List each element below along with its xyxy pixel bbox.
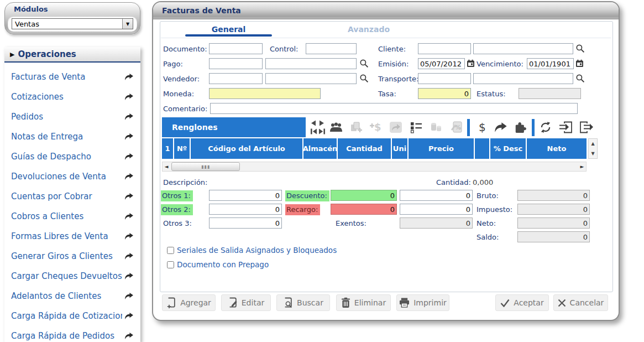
- col-blank[interactable]: [475, 138, 490, 159]
- pago-label: Pago:: [163, 60, 183, 68]
- trash-icon: [341, 297, 350, 308]
- sidebar-item-notas-de-entrega[interactable]: Notas de Entrega: [4, 127, 140, 147]
- chevron-down-icon[interactable]: ▼: [122, 19, 133, 29]
- sidebar-item-carga-rapida-de-cotizaciones[interactable]: Carga Rápida de Cotizacior: [4, 306, 140, 326]
- pago-name-input[interactable]: [265, 58, 357, 69]
- col-desc[interactable]: % Desc: [490, 138, 527, 159]
- clients-icon[interactable]: [327, 118, 345, 136]
- col-rownum[interactable]: 1: [162, 138, 174, 159]
- vencimiento-calendar-icon[interactable]: [575, 59, 584, 70]
- jump-arrow-icon: [124, 272, 134, 280]
- transporte-code-input[interactable]: [418, 73, 471, 84]
- editar-button[interactable]: Editar: [221, 294, 271, 311]
- sidebar-item-generar-giros-a-clientes[interactable]: Generar Giros a Clientes: [4, 246, 140, 266]
- seriales-checkbox-row[interactable]: Seriales de Salida Asignados y Bloqueado…: [167, 246, 337, 255]
- buscar-button[interactable]: Buscar: [276, 294, 330, 311]
- scroll-thumb[interactable]: ▮▮▮: [171, 162, 240, 171]
- descuento-input[interactable]: [331, 190, 397, 201]
- col-numero[interactable]: Nº: [174, 138, 191, 159]
- operations-header[interactable]: ▶ Operaciones: [4, 47, 140, 63]
- documento-input[interactable]: [209, 43, 263, 54]
- emision-calendar-icon[interactable]: [467, 59, 475, 70]
- estatus-input: [519, 88, 581, 99]
- col-almacen[interactable]: Almacén: [303, 138, 338, 159]
- seriales-checkbox[interactable]: [167, 247, 174, 254]
- sidebar-item-adelantos-de-clientes[interactable]: Adelantos de Clientes: [4, 286, 140, 306]
- forward-icon[interactable]: [492, 118, 510, 136]
- scroll-up-icon[interactable]: ▲: [589, 139, 597, 149]
- sidebar-item-label: Carga Rápida de Pedidos: [11, 331, 114, 341]
- sidebar-item-label: Cuentas por Cobrar: [11, 191, 92, 201]
- vencimiento-input[interactable]: [527, 58, 574, 69]
- recargo-input[interactable]: [331, 204, 397, 215]
- cantidad-value: 0,000: [473, 178, 493, 186]
- otros3-input[interactable]: [209, 217, 282, 229]
- sidebar-item-cuentas-por-cobrar[interactable]: Cuentas por Cobrar: [4, 186, 140, 206]
- sidebar-item-carga-rapida-de-pedidos[interactable]: Carga Rápida de Pedidos: [4, 326, 140, 342]
- transporte-name-input[interactable]: [473, 73, 573, 84]
- tasa-input[interactable]: [418, 88, 471, 99]
- bruto-input: [517, 190, 590, 201]
- svg-text:$: $: [374, 121, 381, 133]
- sidebar-item-devoluciones-de-venta[interactable]: Devoluciones de Venta: [4, 167, 140, 186]
- cantidad-label: Cantidad:: [436, 178, 471, 186]
- vendedor-search-icon[interactable]: [359, 74, 369, 85]
- col-codigo-articulo[interactable]: Código del Artículo: [191, 138, 303, 159]
- saldo-label: Saldo:: [477, 233, 499, 241]
- tab-avanzado[interactable]: Avanzado: [319, 25, 418, 34]
- grid-horizontal-scrollbar[interactable]: ◄ ▮▮▮ ►: [162, 162, 587, 172]
- price-icon[interactable]: $: [473, 118, 491, 136]
- pago-code-input[interactable]: [209, 58, 263, 69]
- estatus-label: Estatus:: [477, 90, 506, 98]
- sidebar-item-cobros-a-clientes[interactable]: Cobros a Clientes: [4, 206, 140, 226]
- eliminar-button[interactable]: Eliminar: [336, 294, 391, 311]
- grid-vertical-scrollbar[interactable]: ▲ ▼: [588, 138, 598, 159]
- aceptar-button[interactable]: Aceptar: [495, 294, 549, 311]
- cliente-name-input[interactable]: [473, 43, 573, 54]
- scroll-down-icon[interactable]: ▼: [589, 149, 597, 159]
- refresh-icon[interactable]: [537, 118, 554, 136]
- sidebar-item-cargar-cheques-devueltos[interactable]: Cargar Cheques Devueltos: [4, 266, 140, 286]
- sidebar-item-guias-de-despacho[interactable]: Guías de Despacho: [4, 147, 140, 167]
- export-icon[interactable]: [578, 118, 595, 136]
- descuento-monto-input[interactable]: [400, 190, 473, 201]
- otros2-input[interactable]: [209, 204, 282, 215]
- sidebar-item-formas-libres-de-venta[interactable]: Formas Libres de Venta: [4, 226, 140, 246]
- col-uni[interactable]: Uni: [392, 138, 409, 159]
- recargo-monto-input[interactable]: [400, 204, 473, 215]
- transporte-search-icon[interactable]: [575, 74, 585, 85]
- tab-general[interactable]: General: [185, 25, 272, 34]
- prepago-checkbox[interactable]: [167, 261, 174, 268]
- module-select[interactable]: Ventas ▼: [12, 18, 133, 29]
- moneda-input[interactable]: [209, 88, 321, 99]
- comentario-input[interactable]: [210, 103, 578, 114]
- cliente-search-icon[interactable]: [575, 44, 585, 55]
- buscar-button-label: Buscar: [297, 298, 323, 307]
- components-icon[interactable]: [511, 118, 529, 136]
- cliente-label: Cliente:: [378, 45, 406, 53]
- sidebar-item-pedidos[interactable]: Pedidos: [4, 107, 140, 127]
- col-cantidad[interactable]: Cantidad: [338, 138, 392, 159]
- scroll-left-icon[interactable]: ◄: [163, 164, 170, 169]
- emision-input[interactable]: [418, 58, 465, 69]
- sidebar-item-facturas-de-venta[interactable]: Facturas de Venta: [4, 67, 140, 87]
- operations-panel: ▶ Operaciones Facturas de Venta Cotizaci…: [4, 47, 140, 342]
- col-precio[interactable]: Precio: [409, 138, 475, 159]
- record-navigation-icons[interactable]: [307, 118, 328, 136]
- cliente-code-input[interactable]: [418, 43, 471, 54]
- scroll-right-icon[interactable]: ►: [578, 164, 586, 169]
- pago-search-icon[interactable]: [359, 59, 369, 70]
- sidebar-item-cotizaciones[interactable]: Cotizaciones: [4, 87, 140, 107]
- prepago-checkbox-row[interactable]: Documento con Prepago: [167, 260, 269, 269]
- vendedor-name-input[interactable]: [265, 73, 357, 84]
- otros1-input[interactable]: [209, 190, 282, 201]
- col-neto[interactable]: Neto: [527, 138, 587, 159]
- facturas-de-venta-window: Facturas de Venta General Avanzado Docum…: [152, 1, 620, 321]
- cancelar-button[interactable]: Cancelar: [553, 294, 608, 311]
- imprimir-button[interactable]: Imprimir: [396, 294, 449, 311]
- import-icon[interactable]: [557, 118, 575, 136]
- control-input[interactable]: [306, 43, 357, 54]
- vendedor-code-input[interactable]: [209, 73, 263, 84]
- list-icon[interactable]: [407, 118, 425, 136]
- agregar-button[interactable]: Agregar: [162, 294, 216, 311]
